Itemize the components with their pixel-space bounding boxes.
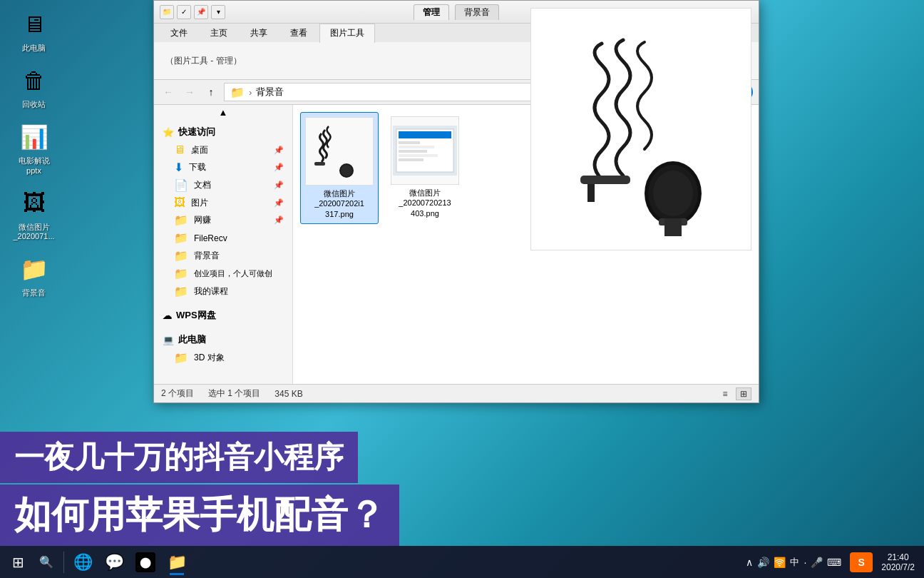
overlay-line2: 如何用苹果手机配音？ <box>0 485 399 546</box>
search-button[interactable]: 🔍 <box>32 548 61 577</box>
browser-icon: 🌐 <box>73 553 93 572</box>
svg-rect-5 <box>399 131 451 138</box>
pin-icon-desktop: 📌 <box>274 146 284 155</box>
sogou-input-icon[interactable]: S <box>850 552 873 572</box>
ribbon-placeholder: （图片工具 - 管理） <box>160 52 247 70</box>
sidebar-item-wangzhuan[interactable]: 📁 网赚 📌 <box>154 211 292 229</box>
tray-network-icon[interactable]: 🛜 <box>774 557 786 568</box>
svg-rect-9 <box>399 154 438 157</box>
svg-rect-6 <box>399 141 420 144</box>
this-pc-icon: 🖥 <box>17 7 51 41</box>
tray-dot-icon: · <box>804 557 806 568</box>
wechat-icon: 💬 <box>105 553 124 572</box>
3d-folder-icon: 📁 <box>174 351 188 365</box>
tray-speaker-icon[interactable]: 🔊 <box>757 557 769 568</box>
download-folder-icon: ⬇ <box>174 161 183 174</box>
movie-pptx-label: 电影解说 pptx <box>19 156 50 175</box>
tray-keyboard-icon[interactable]: ⌨ <box>827 557 841 568</box>
ribbon-tab-share[interactable]: 共享 <box>240 24 278 42</box>
folder-icon-small: 📁 <box>160 5 174 19</box>
tiktok-icon: ⬤ <box>135 552 155 572</box>
address-arrow: › <box>249 87 252 98</box>
pin-icon-wangzhuan: 📌 <box>274 216 284 225</box>
sidebar-item-3d[interactable]: 📁 3D 对象 <box>154 349 292 367</box>
sidebar-item-myclass[interactable]: 📁 我的课程 <box>154 283 292 300</box>
start-button[interactable]: ⊞ <box>4 548 32 577</box>
checkmark-btn[interactable]: ✓ <box>177 5 191 19</box>
pc-icon: 💻 <box>163 335 174 345</box>
ribbon-tab-view[interactable]: 查看 <box>279 24 318 42</box>
background-tab[interactable]: 背景音 <box>455 4 499 20</box>
docs-folder-icon: 📄 <box>174 178 188 192</box>
back-button[interactable]: ← <box>160 83 177 101</box>
manage-tab[interactable]: 管理 <box>414 4 449 20</box>
sidebar-quick-access: ⭐ 快速访问 🖥 桌面 📌 ⬇ 下载 📌 📄 文档 📌 <box>154 120 292 303</box>
sidebar-chuangye-label: 创业项目，个人可做创 <box>194 268 272 279</box>
clock-date: 2020/7/2 <box>881 562 915 572</box>
sidebar-desktop-label: 桌面 <box>191 144 208 156</box>
file-name-1: 微信图片_202007202i1317.png <box>314 188 364 219</box>
sidebar-wps-header[interactable]: ☁ WPS网盘 <box>154 306 292 325</box>
sidebar-thispc-header[interactable]: 💻 此电脑 <box>154 330 292 349</box>
title-bar-tabs: 管理 背景音 <box>414 4 499 20</box>
system-tray: ∧ 🔊 🛜 中 · 🎤 ⌨ <box>740 556 847 569</box>
taskbar-app-wechat[interactable]: 💬 <box>98 548 130 577</box>
svg-point-1 <box>341 165 352 176</box>
status-bar: 2 个项目 选中 1 个项目 345 KB ≡ ⊞ <box>154 384 759 402</box>
sidebar-scroll-up[interactable]: ▲ <box>154 105 292 120</box>
file-item-2[interactable]: 微信图片_20200720213403.png <box>386 112 464 224</box>
pictures-folder-icon: 🖼 <box>174 196 185 209</box>
tray-ime-icon[interactable]: 中 <box>790 556 799 569</box>
sidebar-quick-access-header[interactable]: ⭐ 快速访问 <box>154 123 292 141</box>
taskbar-app-folder[interactable]: 📁 <box>161 548 192 577</box>
address-path-text: 背景音 <box>256 86 284 98</box>
clock-display[interactable]: 21:40 2020/7/2 <box>876 552 920 572</box>
sidebar-item-download[interactable]: ⬇ 下载 📌 <box>154 158 292 176</box>
wechat-img1-label: 微信图片 _2020071... <box>13 223 54 241</box>
ribbon-tab-home[interactable]: 主页 <box>200 24 238 42</box>
desktop-icon-background[interactable]: 📁 背景音 <box>7 252 61 298</box>
sidebar-item-pictures[interactable]: 🖼 图片 📌 <box>154 194 292 211</box>
tray-arrow-icon[interactable]: ∧ <box>746 557 753 568</box>
mic-thumbnail-svg <box>307 119 371 183</box>
desktop-icon-recycle-bin[interactable]: 🗑 回收站 <box>7 64 61 109</box>
file-item-1[interactable]: 微信图片_202007202i1317.png <box>300 112 379 224</box>
desktop-icon-wechat-img1[interactable]: 🖼 微信图片 _2020071... <box>7 186 61 241</box>
taskbar-app-browser[interactable]: 🌐 <box>67 548 98 577</box>
desktop-icon-this-pc[interactable]: 🖥 此电脑 <box>7 7 61 53</box>
pin-icon-download: 📌 <box>274 163 284 172</box>
sidebar-item-docs[interactable]: 📄 文档 📌 <box>154 176 292 194</box>
taskbar-separator-1 <box>63 552 64 573</box>
view-buttons: ≡ ⊞ <box>717 387 751 400</box>
large-icons-view-btn[interactable]: ⊞ <box>736 387 751 400</box>
sidebar-wangzhuan-label: 网赚 <box>194 214 211 226</box>
desktop-icon-movie-pptx[interactable]: 📊 电影解说 pptx <box>7 120 61 175</box>
dropdown-btn[interactable]: ▾ <box>211 5 225 19</box>
tray-mic-icon[interactable]: 🎤 <box>811 557 823 568</box>
title-bar-left: 📁 ✓ 📌 ▾ <box>160 5 225 19</box>
pin-btn[interactable]: 📌 <box>194 5 208 19</box>
sidebar-thispc: 💻 此电脑 📁 3D 对象 <box>154 328 292 370</box>
ribbon-tab-file[interactable]: 文件 <box>160 24 198 42</box>
svg-rect-2 <box>314 162 325 166</box>
recycle-bin-icon: 🗑 <box>17 64 51 98</box>
pin-icon-pictures: 📌 <box>274 198 284 208</box>
forward-button[interactable]: → <box>181 83 198 101</box>
taskbar-app-tiktok[interactable]: ⬤ <box>130 548 161 577</box>
overlay-text-area: 一夜几十万的抖音小程序 如何用苹果手机配音？ <box>0 432 499 546</box>
file-size: 345 KB <box>274 389 302 399</box>
sidebar-3d-label: 3D 对象 <box>194 352 225 364</box>
sidebar-item-chuangye[interactable]: 📁 创业项目，个人可做创 <box>154 265 292 283</box>
wps-label: WPS网盘 <box>176 309 216 322</box>
sidebar-item-desktop[interactable]: 🖥 桌面 📌 <box>154 141 292 158</box>
details-view-btn[interactable]: ≡ <box>717 387 733 400</box>
sidebar-item-background[interactable]: 📁 背景音 <box>154 247 292 265</box>
sidebar-wps: ☁ WPS网盘 <box>154 303 292 328</box>
sidebar-item-filerecv[interactable]: 📁 FileRecv <box>154 229 292 247</box>
sidebar-filerecv-label: FileRecv <box>194 233 227 243</box>
ribbon-tab-picture-tools[interactable]: 图片工具 <box>319 24 375 43</box>
sidebar-pictures-label: 图片 <box>191 197 208 209</box>
taskbar-right: ∧ 🔊 🛜 中 · 🎤 ⌨ S 21:40 2020/7/2 <box>740 552 920 572</box>
up-button[interactable]: ↑ <box>202 83 220 101</box>
background-folder-icon: 📁 <box>17 252 51 286</box>
